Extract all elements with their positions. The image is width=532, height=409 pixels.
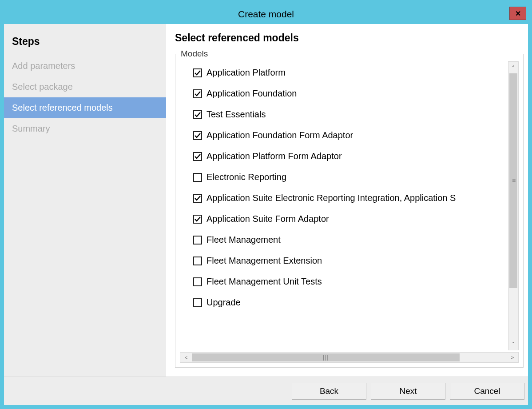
model-row: Application Foundation [193,83,508,104]
main-panel: Select referenced models Models Applicat… [166,24,528,377]
models-group: Models Application PlatformApplication F… [175,54,524,368]
vscroll-thumb[interactable]: ≡ [509,73,517,288]
next-button[interactable]: Next [371,383,445,400]
model-checkbox[interactable] [193,89,202,98]
sidebar-step-label: Select referenced models [12,103,113,112]
model-checkbox[interactable] [193,152,202,161]
hscroll-track[interactable]: ||| [192,353,507,362]
check-icon [194,111,201,118]
model-checkbox[interactable] [193,131,202,140]
check-icon [194,195,201,202]
model-row: Test Essentials [193,104,508,125]
chevron-left-icon: < [185,355,187,360]
model-row: Application Platform [193,62,508,83]
scroll-left-button[interactable]: < [180,353,192,362]
vertical-scrollbar[interactable]: ˄ ≡ ˅ [508,61,519,350]
model-row: Application Platform Form Adaptor [193,146,508,167]
chevron-down-icon: ˅ [512,341,515,347]
model-label: Application Platform [206,68,286,78]
model-checkbox[interactable] [193,236,202,245]
close-icon: ✕ [515,9,521,18]
titlebar: Create model ✕ [4,4,528,24]
scroll-grip-icon: ||| [323,354,329,361]
model-label: Fleet Management [206,235,281,245]
dialog-window: Create model ✕ Steps Add parametersSelec… [4,4,528,405]
model-checkbox[interactable] [193,194,202,203]
window-title: Create model [238,9,294,20]
close-button[interactable]: ✕ [509,7,526,20]
scroll-grip-icon: ≡ [512,177,515,184]
model-label: Application Foundation Form Adaptor [206,130,353,140]
sidebar-step-label: Summary [12,124,50,133]
model-checkbox[interactable] [193,215,202,224]
model-row: Fleet Management [193,229,508,250]
model-label: Fleet Management Extension [206,256,322,266]
sidebar-step[interactable]: Summary [4,118,166,139]
models-list: Application PlatformApplication Foundati… [180,61,508,350]
model-label: Application Suite Electronic Reporting I… [206,193,456,203]
sidebar-step-label: Select package [12,82,73,92]
check-icon [194,153,201,160]
sidebar-step-label: Add parameters [12,61,75,71]
chevron-right-icon: > [511,355,514,360]
dialog-body: Steps Add parametersSelect packageSelect… [4,24,528,377]
check-icon [194,69,201,76]
check-icon [194,216,201,223]
chevron-up-icon: ˄ [512,65,515,71]
models-group-label: Models [179,49,210,59]
model-row: Fleet Management Unit Tests [193,271,508,292]
model-checkbox[interactable] [193,173,202,182]
model-checkbox[interactable] [193,110,202,119]
model-label: Application Platform Form Adaptor [206,151,342,161]
model-row: Application Suite Electronic Reporting I… [193,188,508,209]
model-row: Fleet Management Extension [193,250,508,271]
scroll-down-button[interactable]: ˅ [508,338,518,350]
model-checkbox[interactable] [193,68,202,77]
steps-sidebar: Steps Add parametersSelect packageSelect… [4,24,166,377]
vscroll-track[interactable]: ≡ [508,73,518,338]
model-row: Upgrade [193,292,508,313]
model-row: Application Suite Form Adaptor [193,209,508,229]
model-label: Fleet Management Unit Tests [206,277,322,287]
model-label: Test Essentials [206,109,266,120]
model-checkbox[interactable] [193,257,202,265]
model-checkbox[interactable] [193,298,202,307]
model-checkbox[interactable] [193,277,202,286]
sidebar-step[interactable]: Select referenced models [4,97,166,118]
back-button[interactable]: Back [292,383,366,400]
cancel-button[interactable]: Cancel [450,383,524,400]
sidebar-step[interactable]: Select package [4,76,166,97]
models-list-viewport: Application PlatformApplication Foundati… [180,61,519,350]
page-title: Select referenced models [175,32,524,44]
model-label: Upgrade [206,297,241,308]
check-icon [194,90,201,97]
model-row: Application Foundation Form Adaptor [193,125,508,146]
model-label: Electronic Reporting [206,172,286,182]
model-label: Application Foundation [206,88,297,99]
model-label: Application Suite Form Adaptor [206,214,329,224]
hscroll-thumb[interactable]: ||| [192,353,460,361]
model-row: Electronic Reporting [193,167,508,188]
scroll-up-button[interactable]: ˄ [508,62,518,73]
check-icon [194,132,201,139]
sidebar-step[interactable]: Add parameters [4,56,166,76]
horizontal-scrollbar[interactable]: < ||| > [180,352,519,363]
dialog-footer: Back Next Cancel [4,377,528,405]
scroll-right-button[interactable]: > [507,353,518,362]
sidebar-title: Steps [4,32,166,56]
